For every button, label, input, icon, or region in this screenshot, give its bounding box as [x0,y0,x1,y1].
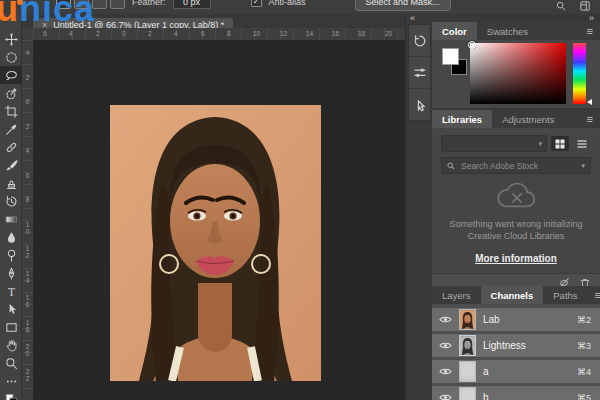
ruler-number: 14 [24,271,31,284]
lasso-tool[interactable] [0,66,22,84]
blur-tool[interactable] [0,228,22,246]
collapse-panels-icon[interactable]: « [410,14,415,22]
library-search-field[interactable]: ▾ [441,157,591,174]
zoom-tool[interactable] [0,354,22,372]
library-search-input[interactable] [459,160,577,172]
quick-selection-tool[interactable] [0,84,22,102]
photoshop-window: Feather: 0 px ✓ Anti-alias Select and Ma… [0,0,600,400]
app-search-icon[interactable] [556,1,566,11]
edit-toolbar-ellipsis[interactable] [0,372,22,390]
ruler-number: 20 [385,30,392,37]
ruler-number: 4 [24,148,31,155]
ruler-number: 2 [24,124,31,131]
tool-options-bar: Feather: 0 px ✓ Anti-alias Select and Ma… [0,0,600,15]
properties-panel-icon[interactable] [409,57,430,89]
ruler-number: 6 [43,30,47,37]
panel-menu-icon[interactable]: ≡ [580,110,600,128]
ruler-number: 14 [306,30,313,37]
learn-panel-icon[interactable] [409,89,430,120]
new-selection-button[interactable] [56,0,71,9]
list-view-button[interactable] [573,136,591,151]
workspace-switcher-icon[interactable] [580,1,590,11]
color-picker-marker[interactable] [468,41,476,49]
intersect-selection-button[interactable] [110,0,125,9]
feather-input[interactable]: 0 px [173,0,211,9]
channel-row-lab[interactable]: Lab ⌘2 [432,308,600,331]
libraries-panel: Libraries Adjustments ≡ ▾ [432,110,600,284]
ruler-number: 12 [280,30,287,37]
gradient-tool[interactable] [0,210,22,228]
foreground-background-swatches[interactable] [442,48,470,76]
visibility-eye-icon[interactable] [439,341,452,350]
collapse-dock-icon[interactable]: » [589,14,594,22]
ruler-number: 20 [24,344,31,357]
rectangle-tool[interactable] [0,318,22,336]
ruler-number: 16 [332,30,339,37]
brush-tool[interactable] [0,156,22,174]
error-message-line1: Something went wrong initializing [432,218,600,230]
channel-row-lightness[interactable]: Lightness ⌘3 [432,334,600,357]
ruler-number: 18 [24,320,31,333]
panel-menu-icon[interactable]: ≡ [588,286,600,304]
select-and-mask-button[interactable]: Select and Mask... [355,0,451,11]
grid-view-button[interactable] [551,136,569,151]
add-to-selection-button[interactable] [74,0,89,9]
tab-libraries[interactable]: Libraries [432,110,492,128]
tools-panel: T [0,14,22,400]
color-panel: Color Swatches ≡ [432,22,600,108]
channel-shortcut: ⌘2 [577,315,591,325]
channel-row-b[interactable]: b ⌘5 [432,386,600,400]
history-brush-tool[interactable] [0,192,22,210]
pen-tool[interactable] [0,264,22,282]
elliptical-marquee-tool[interactable] [0,48,22,66]
foreground-color-swatch[interactable] [442,48,459,65]
ruler-number: 12 [24,246,31,259]
move-tool[interactable] [0,30,22,48]
selection-mode-buttons [56,0,125,9]
visibility-eye-icon[interactable] [439,393,452,400]
portrait-image [110,105,321,381]
ruler-number: 8 [24,197,31,204]
saturation-brightness-field[interactable] [470,43,566,104]
tab-color[interactable]: Color [432,22,477,40]
anti-alias-checkbox[interactable]: ✓ [251,0,262,7]
ruler-number: 2 [96,30,100,37]
hue-slider[interactable] [573,43,586,104]
visibility-eye-icon[interactable] [439,367,452,376]
more-information-link[interactable]: More information [475,253,557,264]
crop-tool[interactable] [0,102,22,120]
panel-dock: » Color Swatches ≡ [432,14,600,400]
tab-layers[interactable]: Layers [432,286,481,304]
document-tab-bar: × Untitled-1 @ 66,7% (Layer 1 copy, Lab/… [22,14,405,28]
hue-slider-marker[interactable] [587,99,592,105]
channel-row-a[interactable]: a ⌘4 [432,360,600,383]
foreground-background-colors[interactable] [0,390,22,400]
tab-channels[interactable]: Channels [481,286,544,304]
channel-name: Lab [483,314,500,325]
channel-shortcut: ⌘5 [577,393,591,400]
panel-menu-icon[interactable]: ≡ [580,22,600,40]
tab-adjustments[interactable]: Adjustments [492,110,564,128]
eyedropper-tool[interactable] [0,120,22,138]
channel-shortcut: ⌘3 [577,341,591,351]
ruler-number: 8 [227,30,231,37]
ruler-number: 0 [24,99,31,106]
clone-stamp-tool[interactable] [0,174,22,192]
hand-tool[interactable] [0,336,22,354]
dodge-tool[interactable] [0,246,22,264]
library-select-dropdown[interactable]: ▾ [441,135,547,152]
ruler-number: 10 [24,222,31,235]
spot-healing-brush-tool[interactable] [0,138,22,156]
ruler-number: 22 [24,369,31,382]
tab-paths[interactable]: Paths [543,286,587,304]
canvas[interactable] [33,40,405,400]
visibility-eye-icon[interactable] [439,315,452,324]
path-selection-tool[interactable] [0,300,22,318]
tab-swatches[interactable]: Swatches [477,22,538,40]
subtract-from-selection-button[interactable] [92,0,107,9]
ruler-number: 2 [24,75,31,82]
history-panel-icon[interactable] [409,25,430,57]
type-tool[interactable]: T [0,282,22,300]
channel-thumbnail [459,361,476,382]
chevron-down-icon: ▾ [538,140,542,148]
